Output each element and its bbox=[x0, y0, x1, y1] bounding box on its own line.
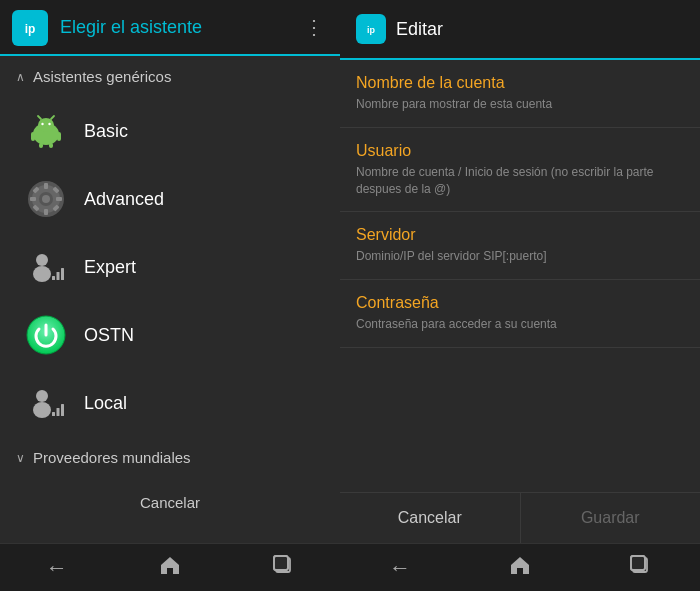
expert-icon bbox=[24, 245, 68, 289]
gear-icon bbox=[24, 177, 68, 221]
right-cancel-button[interactable]: Cancelar bbox=[340, 493, 521, 543]
field-contrasena-label: Contraseña bbox=[356, 294, 684, 312]
svg-text:ip: ip bbox=[25, 22, 36, 36]
left-back-icon[interactable]: ← bbox=[46, 555, 68, 581]
left-cancel-button[interactable]: Cancelar bbox=[0, 478, 340, 527]
svg-rect-36 bbox=[274, 556, 288, 570]
svg-rect-41 bbox=[631, 556, 645, 570]
field-nombre-cuenta-hint: Nombre para mostrar de esta cuenta bbox=[356, 96, 684, 113]
right-actions: Cancelar Guardar bbox=[340, 492, 700, 543]
right-header-title: Editar bbox=[396, 19, 443, 40]
menu-item-advanced-label: Advanced bbox=[84, 189, 164, 210]
svg-rect-9 bbox=[57, 132, 61, 141]
menu-item-expert-label: Expert bbox=[84, 257, 136, 278]
svg-point-5 bbox=[48, 123, 50, 125]
svg-line-6 bbox=[38, 116, 41, 119]
svg-rect-16 bbox=[30, 197, 36, 201]
svg-rect-10 bbox=[39, 143, 43, 148]
menu-item-basic[interactable]: Basic bbox=[0, 97, 340, 165]
right-home-icon[interactable] bbox=[509, 554, 531, 582]
android-icon bbox=[24, 109, 68, 153]
section-genericos-header: ∧ Asistentes genéricos bbox=[0, 56, 340, 97]
left-recent-icon[interactable] bbox=[272, 554, 294, 582]
field-servidor[interactable]: Servidor Dominio/IP del servidor SIP[:pu… bbox=[340, 212, 700, 280]
left-header-title: Elegir el asistente bbox=[60, 17, 202, 38]
svg-rect-17 bbox=[56, 197, 62, 201]
section-mundiales-header: ∨ Proveedores mundiales bbox=[0, 437, 340, 478]
local-icon bbox=[24, 381, 68, 425]
left-nav-bar: ← bbox=[0, 543, 340, 591]
field-nombre-cuenta-label: Nombre de la cuenta bbox=[356, 74, 684, 92]
field-usuario-label: Usuario bbox=[356, 142, 684, 160]
right-nav-bar: ← bbox=[340, 543, 700, 591]
field-nombre-cuenta[interactable]: Nombre de la cuenta Nombre para mostrar … bbox=[340, 60, 700, 128]
more-options-icon[interactable]: ⋮ bbox=[304, 15, 324, 39]
field-contrasena[interactable]: Contraseña Contraseña para acceder a su … bbox=[340, 280, 700, 348]
field-usuario-hint: Nombre de cuenta / Inicio de sesión (no … bbox=[356, 164, 684, 198]
svg-rect-32 bbox=[52, 412, 55, 416]
svg-point-24 bbox=[36, 254, 48, 266]
menu-item-basic-label: Basic bbox=[84, 121, 128, 142]
svg-point-3 bbox=[38, 118, 54, 132]
right-save-button[interactable]: Guardar bbox=[521, 493, 701, 543]
svg-line-7 bbox=[51, 116, 54, 119]
section-mundiales-label: Proveedores mundiales bbox=[33, 449, 191, 466]
left-app-icon: ip bbox=[12, 10, 48, 46]
field-usuario[interactable]: Usuario Nombre de cuenta / Inicio de ses… bbox=[340, 128, 700, 213]
field-servidor-hint: Dominio/IP del servidor SIP[:puerto] bbox=[356, 248, 684, 265]
svg-rect-33 bbox=[57, 408, 60, 416]
genericos-chevron: ∧ bbox=[16, 70, 25, 84]
svg-rect-27 bbox=[57, 272, 60, 280]
right-panel: ip Editar Nombre de la cuenta Nombre par… bbox=[340, 0, 700, 591]
menu-item-ostn[interactable]: OSTN bbox=[0, 301, 340, 369]
ostn-icon bbox=[24, 313, 68, 357]
svg-rect-15 bbox=[44, 209, 48, 215]
menu-item-local[interactable]: Local bbox=[0, 369, 340, 437]
menu-item-expert[interactable]: Expert bbox=[0, 233, 340, 301]
section-genericos-label: Asistentes genéricos bbox=[33, 68, 171, 85]
left-home-icon[interactable] bbox=[159, 554, 181, 582]
svg-point-31 bbox=[33, 402, 51, 418]
left-content: ∧ Asistentes genéricos bbox=[0, 56, 340, 543]
left-header: ip Elegir el asistente ⋮ bbox=[0, 0, 340, 56]
right-back-icon[interactable]: ← bbox=[389, 555, 411, 581]
menu-item-ostn-label: OSTN bbox=[84, 325, 134, 346]
field-servidor-label: Servidor bbox=[356, 226, 684, 244]
svg-rect-14 bbox=[44, 183, 48, 189]
left-panel: ip Elegir el asistente ⋮ ∧ Asistentes ge… bbox=[0, 0, 340, 591]
right-app-icon: ip bbox=[356, 14, 386, 44]
svg-rect-11 bbox=[49, 143, 53, 148]
field-contrasena-hint: Contraseña para acceder a su cuenta bbox=[356, 316, 684, 333]
menu-item-advanced[interactable]: Advanced bbox=[0, 165, 340, 233]
mundiales-chevron: ∨ bbox=[16, 451, 25, 465]
svg-rect-34 bbox=[61, 404, 64, 416]
menu-item-local-label: Local bbox=[84, 393, 127, 414]
svg-rect-26 bbox=[52, 276, 55, 280]
svg-rect-8 bbox=[31, 132, 35, 141]
right-content: Nombre de la cuenta Nombre para mostrar … bbox=[340, 60, 700, 492]
svg-point-4 bbox=[41, 123, 43, 125]
svg-point-30 bbox=[36, 390, 48, 402]
svg-point-25 bbox=[33, 266, 51, 282]
right-header: ip Editar bbox=[340, 0, 700, 60]
svg-text:ip: ip bbox=[367, 25, 376, 35]
svg-rect-28 bbox=[61, 268, 64, 280]
right-recent-icon[interactable] bbox=[629, 554, 651, 582]
svg-point-23 bbox=[42, 195, 50, 203]
